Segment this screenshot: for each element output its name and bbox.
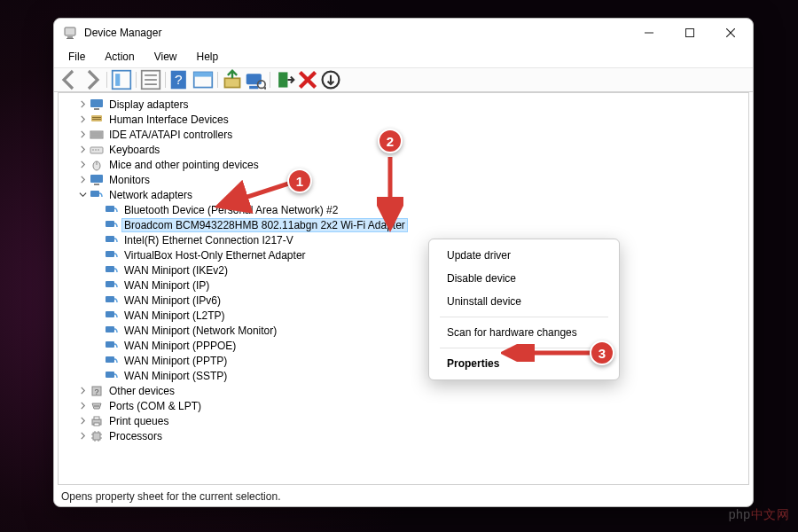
tree-item-display-adapters[interactable]: Display adapters (60, 97, 747, 112)
svg-rect-64 (93, 433, 100, 440)
device-tree-panel[interactable]: Display adapters Human Interface Devices… (58, 92, 749, 485)
network-adapter-icon (105, 293, 119, 308)
statusbar: Opens property sheet for the current sel… (54, 487, 753, 506)
tree-label: WAN Miniport (IP) (122, 279, 211, 292)
tree-label: WAN Miniport (Network Monitor) (122, 325, 278, 337)
tree-item-wan-netmon[interactable]: WAN Miniport (Network Monitor) (60, 323, 747, 338)
svg-rect-46 (106, 236, 114, 242)
svg-point-38 (98, 149, 99, 151)
svg-rect-48 (106, 266, 114, 272)
printer-icon (90, 414, 104, 428)
svg-rect-50 (106, 296, 114, 302)
tree-label: Human Interface Devices (107, 113, 231, 126)
ctx-disable-device[interactable]: Disable device (431, 267, 617, 290)
tree-item-wan-pppoe[interactable]: WAN Miniport (PPPOE) (60, 338, 747, 353)
tree-item-wan-ikev2[interactable]: WAN Miniport (IKEv2) (60, 262, 747, 278)
svg-rect-47 (106, 251, 114, 257)
display-icon (90, 98, 104, 112)
tree-item-mice[interactable]: Mice and other pointing devices (60, 157, 747, 172)
update-driver-button[interactable] (222, 70, 243, 90)
svg-rect-45 (106, 221, 114, 227)
close-button[interactable] (710, 20, 751, 46)
tree-label: Keyboards (107, 144, 161, 156)
back-button[interactable] (59, 70, 80, 90)
svg-text:?: ? (175, 72, 183, 87)
maximize-button[interactable] (669, 20, 710, 46)
svg-rect-55 (106, 372, 114, 378)
network-adapter-icon (105, 339, 119, 353)
action-button[interactable] (192, 70, 214, 90)
tree-item-wan-ipv6[interactable]: WAN Miniport (IPv6) (60, 293, 747, 308)
chevron-right-icon[interactable] (76, 159, 89, 171)
tree-label: IDE ATA/ATAPI controllers (107, 129, 234, 141)
menubar: File Action View Help (54, 47, 753, 67)
menu-action[interactable]: Action (96, 48, 143, 66)
enable-device-button[interactable] (274, 70, 295, 90)
chevron-down-icon[interactable] (76, 189, 89, 201)
chevron-right-icon[interactable] (76, 98, 89, 111)
minimize-button[interactable] (629, 20, 669, 46)
chevron-right-icon[interactable] (76, 400, 89, 412)
tree-item-other-devices[interactable]: ? Other devices (60, 383, 747, 398)
network-adapter-icon (105, 324, 119, 338)
tree-item-virtualbox[interactable]: VirtualBox Host-Only Ethernet Adapter (60, 247, 747, 262)
tree-label: WAN Miniport (IPv6) (122, 294, 223, 307)
show-hide-tree-button[interactable] (111, 70, 132, 90)
tree-item-network-adapters[interactable]: Network adapters (60, 187, 747, 202)
svg-point-58 (94, 405, 96, 407)
svg-point-37 (95, 149, 97, 151)
ctx-scan-hardware[interactable]: Scan for hardware changes (431, 321, 617, 344)
svg-line-21 (264, 88, 266, 90)
tree-item-print-queues[interactable]: Print queues (60, 413, 747, 428)
svg-point-59 (96, 405, 98, 407)
disable-device-button[interactable] (320, 70, 341, 90)
tree-item-ide[interactable]: IDE ATA/ATAPI controllers (60, 127, 747, 142)
tree-item-hid[interactable]: Human Interface Devices (60, 112, 747, 127)
context-menu-separator (440, 317, 608, 317)
chevron-right-icon[interactable] (76, 385, 89, 397)
tree-item-monitors[interactable]: Monitors (60, 172, 747, 187)
svg-rect-43 (90, 191, 99, 197)
app-icon (63, 26, 77, 40)
window-title: Device Manager (84, 27, 161, 39)
tree-item-bluetooth-pan[interactable]: Bluetooth Device (Personal Area Network)… (60, 202, 747, 217)
tree-item-intel-ethernet[interactable]: Intel(R) Ethernet Connection I217-V (60, 232, 747, 247)
ctx-update-driver[interactable]: Update driver (431, 244, 617, 267)
tree-item-ports[interactable]: Ports (COM & LPT) (60, 398, 747, 413)
annotation-arrow-2 (377, 153, 403, 232)
scan-hardware-button[interactable] (245, 70, 266, 90)
ctx-uninstall-device[interactable]: Uninstall device (431, 290, 617, 313)
chevron-right-icon[interactable] (76, 415, 89, 427)
forward-button[interactable] (82, 70, 103, 90)
menu-file[interactable]: File (59, 48, 94, 66)
device-manager-window: Device Manager File Action View Help ? (53, 18, 754, 507)
svg-rect-35 (90, 147, 103, 153)
chevron-right-icon[interactable] (76, 430, 89, 442)
svg-rect-30 (92, 119, 101, 120)
help-button[interactable]: ? (169, 70, 191, 90)
tree-item-wan-sstp[interactable]: WAN Miniport (SSTP) (60, 368, 747, 383)
uninstall-device-button[interactable] (297, 70, 318, 90)
chevron-right-icon[interactable] (76, 174, 89, 186)
svg-rect-8 (115, 74, 120, 86)
tree-item-wan-ip[interactable]: WAN Miniport (IP) (60, 278, 747, 293)
tree-item-keyboards[interactable]: Keyboards (60, 142, 747, 157)
tree-label: WAN Miniport (SSTP) (122, 370, 229, 382)
keyboard-icon (90, 143, 104, 157)
chevron-right-icon[interactable] (76, 129, 89, 141)
chevron-right-icon[interactable] (76, 113, 89, 126)
svg-rect-22 (278, 72, 287, 87)
properties-button[interactable] (140, 70, 161, 90)
menu-view[interactable]: View (145, 48, 186, 66)
tree-item-wan-pptp[interactable]: WAN Miniport (PPTP) (60, 353, 747, 368)
svg-rect-26 (90, 99, 103, 107)
tree-item-broadcom-wifi[interactable]: Broadcom BCM943228HMB 802.11abgn 2x2 Wi-… (60, 217, 747, 232)
port-icon (90, 399, 104, 413)
tree-item-processors[interactable]: Processors (60, 428, 747, 443)
svg-rect-53 (106, 341, 114, 348)
tree-item-wan-l2tp[interactable]: WAN Miniport (L2TP) (60, 308, 747, 323)
chevron-right-icon[interactable] (76, 144, 89, 156)
annotation-arrow-3 (501, 344, 598, 362)
svg-rect-44 (106, 206, 114, 212)
menu-help[interactable]: Help (188, 48, 228, 66)
